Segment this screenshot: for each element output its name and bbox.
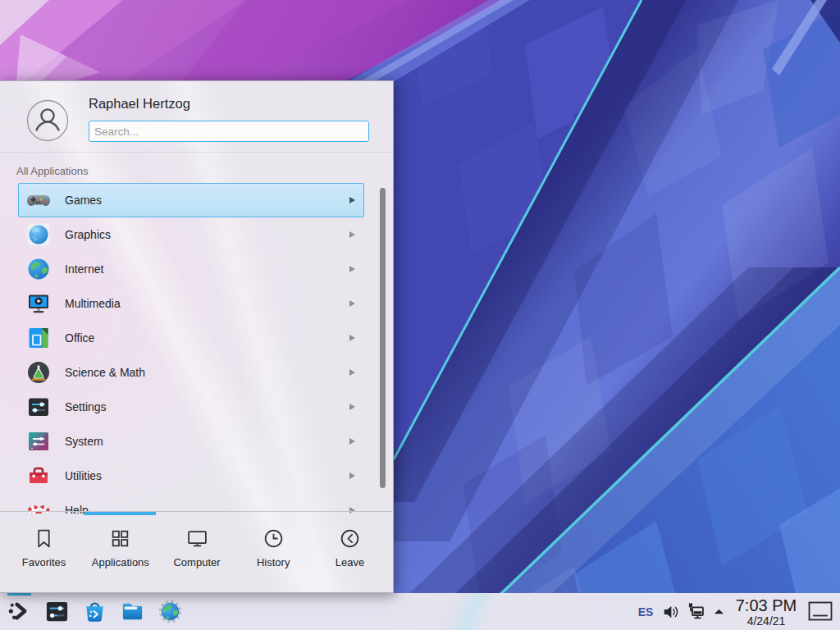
system-settings-launcher[interactable] <box>38 593 75 630</box>
section-label: All Applications <box>16 165 88 177</box>
submenu-arrow-icon <box>349 404 355 410</box>
submenu-arrow-icon <box>349 197 355 203</box>
category-label: Settings <box>65 400 349 413</box>
office-icon <box>25 325 52 351</box>
applications-icon <box>109 527 131 550</box>
dolphin-file-manager-icon <box>120 599 145 624</box>
category-system[interactable]: System <box>18 424 364 459</box>
tab-leave[interactable]: Leave <box>312 512 388 592</box>
submenu-arrow-icon <box>349 335 355 341</box>
category-utilities[interactable]: Utilities <box>18 459 364 493</box>
category-label: Utilities <box>65 469 349 482</box>
computer-icon <box>186 527 208 550</box>
discover-software-launcher[interactable] <box>75 593 113 630</box>
category-label: Internet <box>65 262 349 276</box>
system-icon <box>25 428 52 454</box>
internet-icon <box>25 256 52 282</box>
graphics-icon <box>25 221 52 248</box>
clock-date: 4/24/21 <box>728 615 804 627</box>
tab-applications[interactable]: Applications <box>82 512 158 592</box>
favorites-icon <box>33 527 55 550</box>
network-manager[interactable] <box>682 593 709 630</box>
submenu-arrow-icon <box>349 438 355 445</box>
category-science-math[interactable]: Science & Math <box>18 355 364 390</box>
submenu-arrow-icon <box>349 300 355 307</box>
digital-clock[interactable]: 7:03 PM 4/24/21 <box>728 597 804 627</box>
history-icon <box>262 527 285 550</box>
keyboard-layout-indicator[interactable]: ES <box>632 605 660 619</box>
tab-history[interactable]: History <box>235 512 312 592</box>
show-desktop-button[interactable] <box>804 593 837 630</box>
submenu-arrow-icon <box>349 231 355 238</box>
web-browser-launcher[interactable] <box>151 593 189 630</box>
category-settings[interactable]: Settings <box>18 390 364 424</box>
clock-time: 7:03 PM <box>728 597 804 614</box>
expand-tray-arrow-icon <box>713 605 725 618</box>
settings-icon <box>25 394 52 420</box>
category-label: System <box>65 435 349 448</box>
dolphin-file-manager-launcher[interactable] <box>113 593 151 630</box>
discover-software-icon <box>82 599 107 624</box>
multimedia-icon <box>25 290 52 317</box>
submenu-arrow-icon <box>349 266 355 272</box>
category-label: Graphics <box>65 228 349 241</box>
utilities-icon <box>25 463 52 489</box>
taskbar-panel: ES <box>0 593 840 630</box>
tab-computer[interactable]: Computer <box>158 512 235 592</box>
category-multimedia[interactable]: Multimedia <box>18 286 364 321</box>
submenu-arrow-icon <box>349 472 355 479</box>
volume-icon <box>661 602 681 622</box>
category-internet[interactable]: Internet <box>18 252 364 286</box>
scrollbar-thumb[interactable] <box>380 188 386 488</box>
games-icon <box>25 187 52 213</box>
kickoff-menu-button[interactable] <box>0 593 38 630</box>
user-name: Raphael Hertzog <box>89 96 190 112</box>
category-label: Office <box>65 331 349 345</box>
system-settings-icon <box>44 599 70 624</box>
kickoff-menu-icon <box>7 599 32 624</box>
show-desktop-icon <box>808 601 833 622</box>
expand-tray-button[interactable] <box>709 593 728 630</box>
web-browser-icon <box>158 599 183 624</box>
category-list: Games Graphics <box>0 183 394 514</box>
tab-favorites[interactable]: Favorites <box>6 512 82 592</box>
category-label: Multimedia <box>65 297 349 310</box>
category-label: Science & Math <box>65 366 349 379</box>
tab-label: Applications <box>92 556 149 568</box>
category-graphics[interactable]: Graphics <box>18 217 364 252</box>
leave-icon <box>339 527 361 550</box>
wired-network-icon <box>685 601 706 623</box>
science-math-icon <box>25 359 52 386</box>
volume-control[interactable] <box>660 593 682 630</box>
active-tab-indicator <box>84 512 156 515</box>
tab-label: Computer <box>173 556 220 568</box>
application-launcher-menu: Raphael Hertzog All Applications <box>0 80 394 593</box>
search-input[interactable] <box>89 121 369 142</box>
tab-label: Leave <box>336 556 364 568</box>
tab-label: History <box>257 556 290 568</box>
submenu-arrow-icon <box>349 369 355 376</box>
category-label: Games <box>65 194 349 207</box>
category-games[interactable]: Games <box>18 183 364 217</box>
system-tray: ES <box>632 593 840 630</box>
launcher-header: Raphael Hertzog <box>0 81 393 153</box>
category-office[interactable]: Office <box>18 321 364 355</box>
desktop-screen: ES <box>0 0 840 630</box>
tab-label: Favorites <box>22 556 66 568</box>
launcher-footer-tabs: Favorites Applications <box>0 511 394 592</box>
user-avatar-icon[interactable] <box>26 99 69 142</box>
